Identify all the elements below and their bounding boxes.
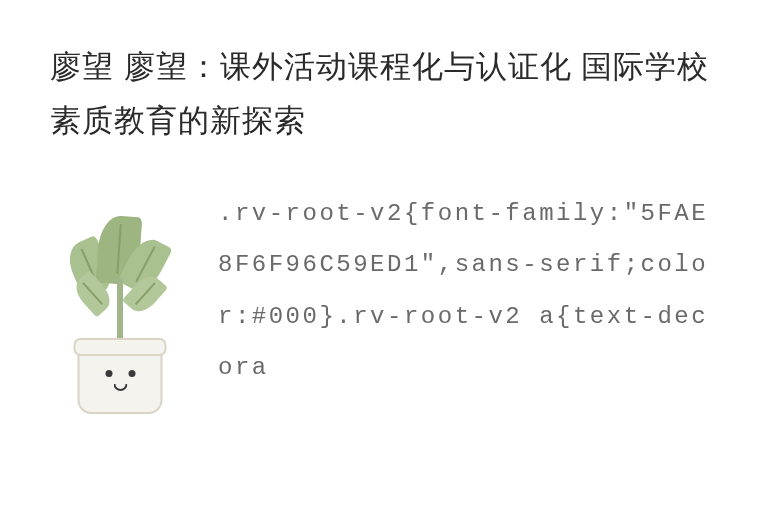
potted-plant-illustration: [50, 184, 190, 414]
stem-icon: [117, 278, 123, 340]
css-code-snippet: .rv-root-v2{font-family:"5FAE8F6F96C59ED…: [218, 184, 718, 394]
eye-icon: [105, 370, 112, 377]
mouth-icon: [113, 384, 127, 391]
pot-icon: [78, 342, 163, 414]
eye-icon: [128, 370, 135, 377]
article-title: 廖望 廖望：课外活动课程化与认证化 国际学校素质教育的新探索: [50, 40, 718, 149]
content-row: .rv-root-v2{font-family:"5FAE8F6F96C59ED…: [50, 184, 718, 414]
